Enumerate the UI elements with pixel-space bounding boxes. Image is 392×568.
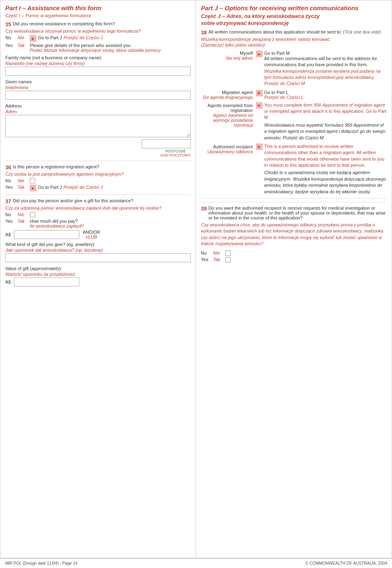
part-i-header: Part I – Assistance with this form Część… [5,4,191,18]
q35-yes-pl: Tak [18,43,30,48]
value-input-row: A$ [5,277,191,286]
question-35: 35 Did you receive assistance in complet… [5,21,191,157]
q36-yes-arrow[interactable]: ► [30,185,36,191]
dollar-prefix: A$ [5,232,11,237]
agents-label-col: Agents exempted from registration Agenci… [201,102,256,127]
myself-arrow-row: ► Go to Part M All written communication… [256,51,387,86]
postcode-pl: KOD POCZTOWY [160,153,191,157]
part-j-title-pl2: sobie otrzymywać korespondencję [201,20,387,26]
myself-label: Myself [201,51,253,56]
q39-text: Do you want the authorised recipient to … [208,206,387,220]
migration-arrow[interactable]: ► [256,90,263,96]
postcode-input[interactable] [142,139,191,148]
q39-no-pl: Nie [213,250,225,255]
q38-text: All written communications about this ap… [208,29,342,34]
myself-arrow[interactable]: ► [256,51,263,57]
authorised-label-col: Authorised recipient Upoważniony odbiorc… [201,143,256,154]
given-names-section: Given names Imię/imiona [5,79,191,101]
q39-pl: Czy wnioskodawca chce, aby do upoważnion… [201,222,387,247]
address-section: Address Adres POSTCODE KOD POCZTOWY [5,103,191,157]
andor-section: AND/OR I/LUB [82,230,100,239]
myself-detail: All written communications will be sent … [264,56,387,68]
myself-label-col: Myself Na mój adres [201,51,256,60]
q37-number: 37 [5,198,11,204]
arrow-right-icon: ► [31,36,35,41]
question-38: 38 All written communications about this… [201,29,387,195]
q35-yes-detail: Please give details of the person who as… [30,43,191,48]
migration-label-col: Migration agent Do agenta imigracyjnego [201,90,256,100]
q35-pl: Czy wnioskodawca otrzymał pomoc w wypełn… [5,29,191,34]
q36-no-row: No Nie [5,178,191,183]
q37-howmuch: How much did you pay? [30,219,84,224]
q37-howmuch-pl: Ile wnioskodawca zapłacił? [30,224,84,228]
migration-goto-pl: Przejść do Części L [264,95,304,100]
q36-yes-goto-pl: Przejść do Części J [64,185,103,190]
gift-input[interactable] [5,253,191,262]
q36-no-pl: Nie [18,178,30,183]
q39-yes-label: Yes [201,257,213,262]
q36-yes-pl: Tak [18,185,30,190]
agents-arrow[interactable]: ► [256,102,263,109]
q35-no-arrow[interactable]: ► [30,35,36,42]
q35-text: Did you receive assistance in completing… [13,21,115,26]
q39-yes-checkbox[interactable] [225,257,231,262]
q38-myself-row: Myself Na mój adres ► Go to Part M All w… [201,51,387,87]
q36-text: Is this person a registered migration ag… [13,164,99,169]
given-names-label: Given names [5,79,191,84]
q38-subtext: (Tick one box only) [343,29,381,34]
question-39: 39 Do you want the authorised recipient … [201,202,387,262]
divider-1 [5,161,191,161]
migration-pl: Do agenta imigracyjnego [201,95,253,100]
q37-no-label: No [5,212,18,217]
myself-goto-pl: Przejść do Części M [264,81,387,86]
q37-text: Did you pay the person and/or give a gif… [13,198,133,203]
myself-detail-pl: Wszelka korespondencja zostanie wysłana … [264,68,387,81]
address-pl: Adres [5,109,191,114]
footer-left: 48R POL (Design date 11/04) - Page 14 [5,561,78,566]
divider-2 [5,195,191,195]
authorised-content: ► This is a person authorised to receive… [256,143,387,195]
family-name-pl: Nazwisko (nie nazwę biznesu czy firmy) [5,61,191,66]
andor-pl: I/LUB [86,235,97,239]
footer-right: © COMMONWEALTH OF AUSTRALIA, 2004 [305,561,387,566]
q39-no-checkbox[interactable] [225,250,231,256]
q39-yes-pl: Tak [213,257,225,262]
gift-pl: Jaki upominek dał wnioskodawca? (np. biż… [5,248,191,253]
q36-yes-row: Yes Tak ► Go to Part J Przejść do Części… [5,185,191,191]
q35-no-pl: Nie [18,35,30,40]
part-j-title-pl1: Część J – Adres, na który wnioskodawca ż… [201,13,387,19]
q37-yes-pl: Tak [18,219,30,224]
q36-no-checkbox[interactable] [30,178,35,183]
agents-arrow-row: ► You must complete form 956 Appointment… [256,102,387,141]
q35-no-goto: Go to Part J [38,35,62,40]
family-name-input[interactable] [5,67,191,76]
authorised-arrow[interactable]: ► [256,143,263,150]
part-j-title: Part J – Options for receiving written c… [201,4,387,11]
q36-no-label: No [5,178,18,183]
question-37: 37 Did you pay the person and/or give a … [5,198,191,286]
myself-pl: Na mój adres [201,56,253,60]
q37-no-checkbox[interactable] [30,212,35,217]
main-content: Part I – Assistance with this form Część… [0,0,392,558]
q38-pl: Wszelką korespondencję związaną z wniosk… [201,37,387,42]
q36-pl: Czy osoba ta jest zarejestrowanym agente… [5,172,191,177]
left-panel: Part I – Assistance with this form Część… [0,0,196,558]
agents-detail-1: You must complete form 956 [264,103,321,107]
given-names-input[interactable] [5,91,191,100]
arrow-right-icon-2: ► [31,186,35,190]
q37-pl: Czy za udzieloną pomoc wnioskodawca zapł… [5,206,191,210]
q37-yes-label: Yes [5,219,18,224]
page-footer: 48R POL (Design date 11/04) - Page 14 © … [0,558,392,568]
authorised-detail-pl: Chodzi tu o upoważnioną osobę nie będącą… [264,170,387,195]
address-input[interactable] [5,115,191,137]
authorised-label: Authorised recipient [201,144,253,149]
q37-yes-row: Yes Tak How much did you pay? Ile wniosk… [5,219,191,228]
amount-input[interactable] [14,230,79,239]
value-input[interactable] [14,277,79,286]
q38-authorised-row: Authorised recipient Upoważniony odbiorc… [201,143,387,195]
agents-pl1: Agenci zwolnieni od [201,113,253,118]
gift-section: What kind of gift did you give? (eg. jew… [5,242,191,264]
agents-pl3: rejestracji [201,123,253,127]
q39-no-label: No [201,250,213,255]
q35-no-goto-pl: Przejść do Części J [64,35,103,40]
